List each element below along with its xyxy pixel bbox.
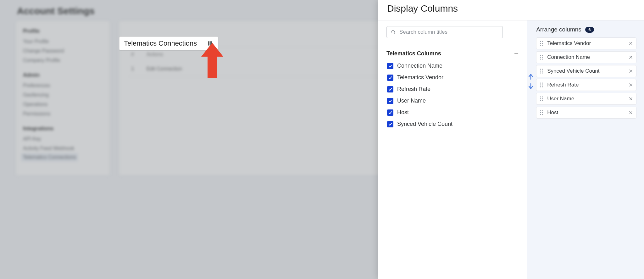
column-option[interactable]: Refresh Rate	[386, 84, 519, 94]
svg-point-22	[542, 59, 543, 59]
arrange-item[interactable]: Synced Vehicle Count	[536, 65, 636, 77]
svg-point-17	[540, 55, 541, 56]
search-icon	[391, 29, 396, 35]
remove-column-button[interactable]	[629, 97, 633, 101]
svg-rect-1	[210, 41, 211, 45]
svg-point-19	[540, 57, 541, 58]
arrange-item-label: User Name	[547, 96, 625, 102]
drag-handle-icon[interactable]	[540, 68, 543, 74]
drag-handle-icon[interactable]	[540, 54, 543, 60]
column-option[interactable]: User Name	[386, 96, 519, 106]
svg-point-30	[542, 72, 543, 73]
svg-point-11	[540, 43, 541, 44]
svg-point-26	[542, 69, 543, 70]
svg-point-38	[542, 86, 543, 87]
remove-column-button[interactable]	[629, 110, 633, 115]
svg-point-53	[540, 114, 541, 115]
search-input[interactable]	[399, 29, 499, 35]
svg-point-33	[540, 82, 541, 83]
svg-point-6	[391, 30, 394, 33]
svg-point-25	[540, 69, 541, 70]
checkbox-icon[interactable]	[387, 121, 393, 127]
svg-point-37	[540, 86, 541, 87]
svg-point-12	[542, 43, 543, 44]
remove-column-button[interactable]	[629, 69, 633, 73]
column-group-header[interactable]: Telematics Columns	[386, 50, 519, 57]
column-option[interactable]: Synced Vehicle Count	[386, 119, 519, 129]
divider	[378, 45, 527, 45]
svg-rect-0	[208, 41, 209, 45]
drawer-title: Display Columns	[387, 3, 635, 14]
column-label: User Name	[397, 98, 426, 104]
svg-point-42	[542, 96, 543, 97]
remove-column-button[interactable]	[629, 55, 633, 59]
svg-point-20	[542, 57, 543, 58]
svg-point-41	[540, 96, 541, 97]
column-settings-icon[interactable]	[207, 40, 214, 47]
arrange-item[interactable]: User Name	[536, 93, 636, 105]
svg-point-34	[542, 82, 543, 83]
checkbox-icon[interactable]	[387, 63, 393, 69]
checkbox-icon[interactable]	[387, 75, 393, 81]
search-input-wrapper[interactable]	[386, 26, 503, 38]
arrange-header: Arrange columns 6	[536, 26, 636, 33]
remove-column-button[interactable]	[629, 41, 633, 46]
drag-handle-icon[interactable]	[540, 96, 543, 102]
svg-point-46	[542, 100, 543, 101]
column-label: Connection Name	[397, 63, 442, 69]
drawer-header: Display Columns	[378, 0, 644, 20]
svg-point-43	[540, 98, 541, 99]
column-option[interactable]: Host	[386, 107, 519, 118]
svg-point-18	[542, 55, 543, 56]
svg-point-54	[542, 114, 543, 115]
svg-point-52	[542, 112, 543, 113]
arrange-item-label: Host	[547, 109, 625, 116]
arrange-list: Telematics Vendor Connection Name Synced…	[536, 37, 636, 119]
column-checklist: Connection Name Telematics Vendor Refres…	[386, 61, 519, 129]
collapse-icon[interactable]	[514, 51, 519, 56]
arrange-item[interactable]: Connection Name	[536, 51, 636, 63]
svg-point-45	[540, 100, 541, 101]
svg-point-27	[540, 70, 541, 71]
drag-handle-icon[interactable]	[540, 82, 543, 88]
arrange-item[interactable]: Refresh Rate	[536, 79, 636, 91]
svg-point-10	[542, 41, 543, 42]
main-header-title: Telematics Connections	[124, 39, 197, 47]
drag-handle-icon[interactable]	[540, 110, 543, 115]
arrange-columns-pane: Arrange columns 6 Telematics Vendor Conn…	[527, 20, 644, 279]
arrange-item[interactable]: Telematics Vendor	[536, 37, 636, 49]
checkbox-icon[interactable]	[387, 98, 393, 104]
svg-point-36	[542, 84, 543, 85]
svg-point-28	[542, 70, 543, 71]
svg-point-13	[540, 45, 541, 46]
main-header-chip: Telematics Connections	[119, 36, 218, 50]
svg-point-29	[540, 72, 541, 73]
remove-column-button[interactable]	[629, 83, 633, 87]
column-label: Telematics Vendor	[397, 74, 443, 81]
svg-line-7	[394, 33, 395, 34]
available-columns-pane: Telematics Columns Connection Name Telem…	[378, 20, 527, 279]
arrange-count-badge: 6	[585, 27, 594, 33]
svg-point-44	[542, 98, 543, 99]
checkbox-icon[interactable]	[387, 86, 393, 92]
arrange-title: Arrange columns	[536, 26, 581, 33]
svg-point-9	[540, 41, 541, 42]
arrange-item-label: Refresh Rate	[547, 82, 625, 88]
arrange-item-label: Connection Name	[547, 54, 625, 60]
column-group-title: Telematics Columns	[386, 50, 441, 57]
svg-rect-2	[211, 41, 212, 44]
drag-handle-icon[interactable]	[540, 41, 543, 46]
arrange-item-label: Telematics Vendor	[547, 40, 625, 47]
arrange-item-label: Synced Vehicle Count	[547, 68, 625, 74]
column-label: Host	[397, 109, 409, 116]
column-label: Synced Vehicle Count	[397, 121, 452, 127]
svg-point-35	[540, 84, 541, 85]
divider	[202, 39, 202, 47]
svg-point-50	[542, 110, 543, 111]
arrange-item[interactable]: Host	[536, 107, 636, 119]
checkbox-icon[interactable]	[387, 109, 393, 116]
column-option[interactable]: Connection Name	[386, 61, 519, 71]
column-option[interactable]: Telematics Vendor	[386, 72, 519, 83]
svg-point-14	[542, 45, 543, 46]
svg-point-4	[212, 45, 213, 46]
